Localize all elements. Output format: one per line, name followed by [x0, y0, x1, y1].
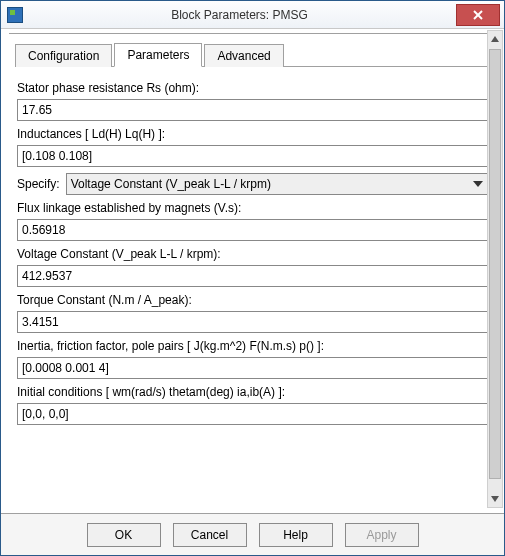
help-button[interactable]: Help — [259, 523, 333, 547]
ok-button[interactable]: OK — [87, 523, 161, 547]
close-button[interactable] — [456, 4, 500, 26]
dialog-body: Configuration Parameters Advanced Stator… — [1, 29, 504, 513]
voltage-constant-input[interactable] — [17, 265, 488, 287]
inertia-input[interactable] — [17, 357, 488, 379]
title-bar: Block Parameters: PMSG — [1, 1, 504, 29]
scroll-thumb[interactable] — [489, 49, 501, 479]
tab-strip: Configuration Parameters Advanced — [15, 43, 490, 67]
specify-dropdown[interactable]: Voltage Constant (V_peak L-L / krpm) — [66, 173, 488, 195]
cancel-button[interactable]: Cancel — [173, 523, 247, 547]
tab-configuration[interactable]: Configuration — [15, 44, 112, 67]
specify-label: Specify: — [17, 177, 60, 191]
flux-input[interactable] — [17, 219, 488, 241]
scroll-up-button[interactable] — [488, 31, 502, 47]
vertical-scrollbar[interactable] — [487, 30, 503, 508]
scroll-down-button[interactable] — [488, 491, 502, 507]
flux-label: Flux linkage established by magnets (V.s… — [17, 201, 488, 215]
divider — [9, 33, 496, 39]
rs-input[interactable] — [17, 99, 488, 121]
svg-marker-3 — [491, 496, 499, 502]
initial-conditions-label: Initial conditions [ wm(rad/s) thetam(de… — [17, 385, 488, 399]
chevron-down-icon — [491, 495, 499, 503]
tab-advanced[interactable]: Advanced — [204, 44, 283, 67]
torque-constant-label: Torque Constant (N.m / A_peak): — [17, 293, 488, 307]
initial-conditions-input[interactable] — [17, 403, 488, 425]
svg-marker-2 — [491, 36, 499, 42]
form-area: Stator phase resistance Rs (ohm): Induct… — [15, 67, 490, 507]
apply-button: Apply — [345, 523, 419, 547]
tab-parameters[interactable]: Parameters — [114, 43, 202, 67]
close-icon — [473, 10, 483, 20]
torque-constant-input[interactable] — [17, 311, 488, 333]
button-bar: OK Cancel Help Apply — [1, 513, 504, 555]
voltage-constant-label: Voltage Constant (V_peak L-L / krpm): — [17, 247, 488, 261]
app-icon — [7, 7, 23, 23]
inertia-label: Inertia, friction factor, pole pairs [ J… — [17, 339, 488, 353]
rs-label: Stator phase resistance Rs (ohm): — [17, 81, 488, 95]
inductances-label: Inductances [ Ld(H) Lq(H) ]: — [17, 127, 488, 141]
inductances-input[interactable] — [17, 145, 488, 167]
window-title: Block Parameters: PMSG — [23, 8, 456, 22]
specify-value: Voltage Constant (V_peak L-L / krpm) — [71, 177, 271, 191]
chevron-up-icon — [491, 35, 499, 43]
